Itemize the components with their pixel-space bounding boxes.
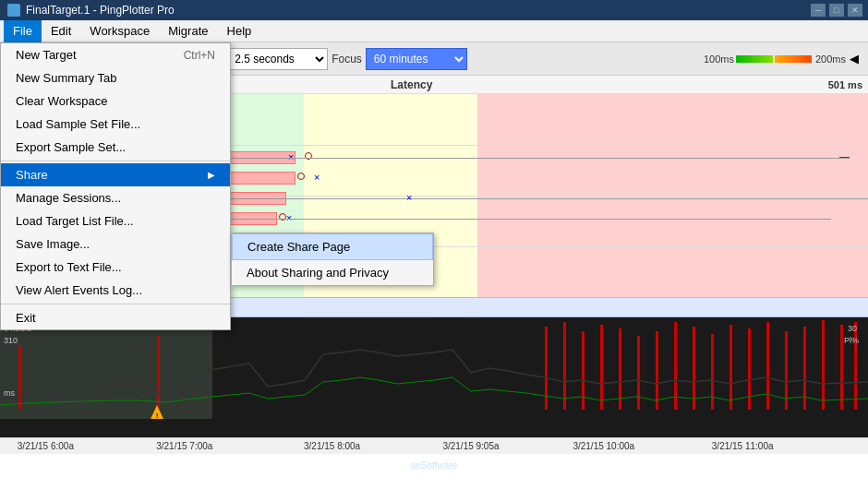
menu-export-text[interactable]: Export to Text File...	[1, 256, 230, 279]
svg-rect-10	[656, 331, 658, 410]
menu-file[interactable]: File	[4, 20, 42, 42]
legend-200ms: 200ms	[815, 54, 846, 65]
watermark: aeSoftware	[411, 460, 458, 471]
timeline-label-2: 3/21/15 7:00a	[156, 441, 212, 451]
minimize-button[interactable]: ─	[811, 4, 826, 17]
timeline-label-4: 3/21/15 9:05a	[442, 441, 499, 451]
svg-rect-1	[0, 317, 212, 419]
file-menu-dropdown: New Target Ctrl+N New Summary Tab Clear …	[0, 42, 231, 330]
x-mark-1: ×	[288, 151, 294, 162]
focus-label: Focus	[332, 53, 362, 66]
svg-text:!: !	[156, 412, 158, 419]
svg-rect-0	[0, 317, 868, 437]
app-icon	[7, 4, 20, 17]
ms-label-right: 501 ms	[828, 79, 862, 90]
chart-svg: 6 hours 310 ms 30 Pl% !	[0, 317, 868, 437]
svg-rect-7	[600, 325, 603, 410]
menu-exit[interactable]: Exit	[1, 306, 230, 329]
legend-100ms: 100ms	[704, 54, 734, 65]
menu-help[interactable]: Help	[218, 20, 261, 42]
interval-select[interactable]: 2.5 seconds	[226, 48, 328, 70]
svg-rect-8	[619, 328, 621, 410]
separator-1	[1, 161, 230, 161]
menu-share[interactable]: Share ▶	[1, 163, 230, 186]
menu-workspace[interactable]: Workspace	[80, 20, 159, 42]
menu-new-summary-tab[interactable]: New Summary Tab	[1, 66, 230, 89]
line-1	[185, 158, 850, 159]
svg-text:ms: ms	[4, 388, 15, 398]
menu-view-alert[interactable]: View Alert Events Log...	[1, 279, 230, 302]
svg-rect-11	[674, 322, 677, 410]
timeline-label-6: 3/21/15 11:00a	[712, 441, 774, 451]
menu-save-image[interactable]: Save Image...	[1, 233, 230, 256]
timeline-label-1: 3/21/15 6:00a	[18, 441, 74, 451]
x-mark-2: ×	[314, 172, 319, 183]
svg-rect-21	[854, 322, 857, 410]
window-controls: ─ □ ✕	[811, 4, 862, 17]
line-3	[189, 198, 868, 199]
svg-text:30: 30	[848, 324, 857, 333]
share-submenu-dropdown: Create Share Page About Sharing and Priv…	[231, 233, 434, 286]
timeline-label-5: 3/21/15 10:00a	[573, 441, 634, 451]
legend-green-bar	[736, 55, 773, 63]
menu-migrate[interactable]: Migrate	[159, 20, 217, 42]
circle-2	[297, 173, 305, 180]
svg-rect-9	[637, 336, 640, 410]
svg-rect-16	[766, 322, 769, 410]
legend-orange-bar	[775, 55, 812, 63]
timeline: 3/21/15 6:00a 3/21/15 7:00a 3/21/15 8:00…	[0, 437, 868, 454]
menu-bar: File Edit Workspace Migrate Help	[0, 20, 868, 42]
svg-text:Pl%: Pl%	[844, 336, 859, 345]
focus-select[interactable]: 60 minutes	[366, 48, 467, 70]
x-mark-4b: ×	[286, 212, 292, 223]
menu-export-sample[interactable]: Export Sample Set...	[1, 136, 230, 159]
separator-2	[1, 304, 230, 304]
svg-text:310: 310	[4, 336, 18, 345]
close-button[interactable]: ✕	[848, 4, 862, 17]
timeline-label-3: 3/21/15 8:00a	[304, 441, 360, 451]
menu-load-sample[interactable]: Load Sample Set File...	[1, 113, 230, 136]
svg-rect-14	[729, 325, 732, 410]
x-mark-3: ×	[406, 192, 412, 203]
submenu-about-sharing[interactable]: About Sharing and Privacy	[232, 260, 433, 285]
svg-rect-20	[840, 325, 843, 410]
svg-rect-18	[803, 327, 806, 410]
svg-marker-27	[151, 405, 163, 419]
menu-edit[interactable]: Edit	[42, 20, 80, 42]
scroll-arrow-right: ◀	[850, 52, 862, 66]
menu-new-target[interactable]: New Target Ctrl+N	[1, 43, 230, 66]
bottom-chart: 6 hours 310 ms 30 Pl% !	[0, 317, 868, 437]
svg-rect-6	[582, 331, 585, 410]
line-4	[185, 219, 831, 220]
svg-rect-4	[545, 327, 548, 410]
svg-rect-19	[822, 320, 825, 410]
title-text: FinalTarget.1 - PingPlotter Pro	[26, 4, 175, 17]
submenu-create-share[interactable]: Create Share Page	[232, 233, 433, 260]
svg-rect-15	[748, 328, 751, 410]
svg-rect-2	[18, 345, 21, 410]
title-bar: FinalTarget.1 - PingPlotter Pro ─ □ ✕	[0, 0, 868, 20]
latency-label: Latency	[391, 78, 432, 91]
menu-manage-sessions[interactable]: Manage Sessions...	[1, 186, 230, 209]
svg-rect-12	[693, 327, 695, 410]
menu-clear-workspace[interactable]: Clear Workspace	[1, 89, 230, 113]
svg-rect-13	[711, 334, 714, 410]
svg-rect-17	[785, 331, 788, 410]
legend-bar: 100ms 200ms	[704, 54, 846, 65]
right-line-1: —	[839, 150, 850, 161]
svg-rect-5	[563, 322, 566, 410]
menu-load-target-list[interactable]: Load Target List File...	[1, 209, 230, 233]
svg-rect-3	[157, 336, 160, 410]
maximize-button[interactable]: □	[829, 4, 844, 17]
